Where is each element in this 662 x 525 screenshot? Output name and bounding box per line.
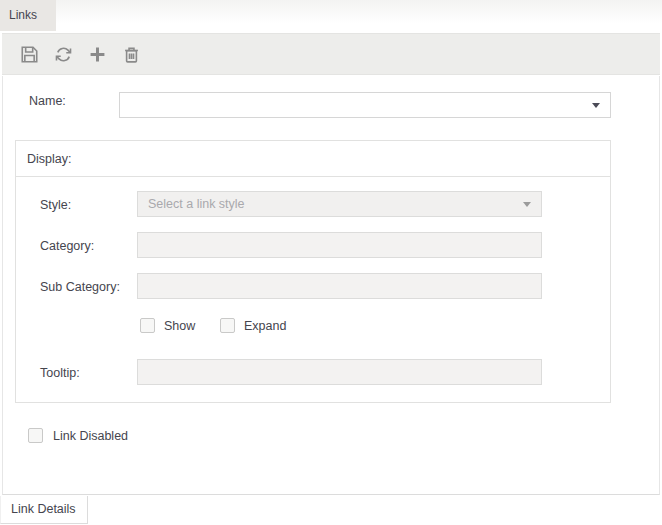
links-editor-window: Links [0, 0, 662, 525]
save-button[interactable] [18, 42, 40, 66]
delete-button[interactable] [120, 42, 142, 66]
sub-category-input[interactable] [137, 273, 542, 299]
link-details-panel: Name: Display: Style: Select a link styl… [2, 76, 660, 495]
category-label: Category: [40, 239, 94, 253]
expand-checkbox[interactable] [220, 318, 235, 333]
refresh-icon [55, 46, 72, 63]
display-group-title: Display: [16, 141, 610, 177]
add-button[interactable] [86, 42, 108, 66]
toolbar [2, 33, 660, 75]
save-icon [21, 46, 38, 63]
tooltip-input[interactable] [137, 359, 542, 385]
link-disabled-checkbox[interactable] [28, 428, 43, 443]
top-tab-bar: Links [0, 0, 662, 31]
name-combobox[interactable] [119, 92, 611, 118]
refresh-button[interactable] [52, 42, 74, 66]
show-checkbox[interactable] [140, 318, 155, 333]
show-checkbox-label[interactable]: Show [164, 319, 195, 333]
tab-link-details[interactable]: Link Details [0, 496, 88, 524]
style-label: Style: [40, 198, 71, 212]
link-disabled-checkbox-label[interactable]: Link Disabled [53, 429, 128, 443]
style-combobox-placeholder: Select a link style [148, 197, 523, 211]
style-combobox[interactable]: Select a link style [137, 191, 542, 217]
name-label: Name: [29, 94, 66, 108]
chevron-down-icon [592, 103, 600, 108]
trash-icon [123, 46, 140, 63]
chevron-down-icon [523, 202, 531, 207]
tab-links[interactable]: Links [0, 0, 56, 31]
tooltip-label: Tooltip: [40, 366, 80, 380]
category-input[interactable] [137, 232, 542, 258]
sub-category-label: Sub Category: [40, 280, 120, 294]
plus-icon [89, 46, 106, 63]
display-group: Display: Style: Select a link style Cate… [15, 140, 611, 403]
expand-checkbox-label[interactable]: Expand [244, 319, 286, 333]
